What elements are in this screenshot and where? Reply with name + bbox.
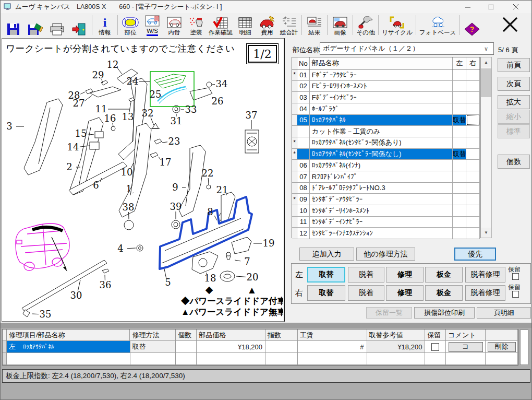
footer-button-損傷部位印刷[interactable]: 損傷部位印刷	[414, 307, 475, 319]
detail-header: コメント	[446, 330, 486, 341]
repair-method-group: 左取替脱着修理板金脱着修理右取替脱着修理板金脱着修理保留保留	[291, 263, 531, 304]
toolbar-button-help-book[interactable]: ?	[461, 13, 483, 37]
parts-row-09[interactable]: *09ｾﾝﾀﾎﾞﾃﾞｰｱｳﾀﾋﾟﾗｰ	[292, 194, 480, 205]
part-no	[297, 149, 310, 160]
side-button-前頁[interactable]: 前頁	[498, 58, 530, 72]
hold-checkbox[interactable]	[512, 273, 519, 280]
detail-reference: ¥18,200	[367, 341, 426, 353]
callout-21: 21	[216, 184, 228, 195]
action-button-他の修理方法[interactable]: 他の修理方法	[356, 248, 415, 261]
footer-button-頁明細[interactable]: 頁明細	[477, 307, 531, 319]
action-button-優先[interactable]: 優先	[454, 248, 496, 261]
detail-empty-row[interactable]	[3, 353, 518, 365]
car-list-icon	[307, 16, 322, 29]
car-frame-icon	[166, 16, 182, 29]
parts-row-12[interactable]: 12ｾﾝﾀﾋﾟﾗｰｲﾝﾅｴｸｽﾃﾝｼｮﾝ	[292, 228, 480, 239]
toolbar-button-画像[interactable]: 画像	[329, 13, 351, 37]
toolbar-button-W/S[interactable]: W/S	[141, 13, 163, 37]
toolbar-button-費用[interactable]: 費用	[256, 13, 278, 37]
toolbar-button-printer[interactable]	[46, 13, 68, 37]
parts-row-06[interactable]: 06ﾛｯｶｱｳﾀﾊﾟﾈﾙ(ｲﾝﾅ)	[292, 160, 480, 171]
part-name: ｾﾝﾀﾋﾟﾗｰｲﾝﾅｴｸｽﾃﾝｼｮﾝ	[310, 228, 453, 239]
parts-table-scrollbar[interactable]: ▲ ▼	[480, 57, 492, 238]
scroll-down-icon[interactable]: ▼	[481, 228, 491, 238]
parts-row-07[interactable]: 07Rﾌﾛｱﾄﾞﾚﾝﾊﾟｲﾌﾟ	[292, 171, 480, 183]
toolbar-button-save-floppy[interactable]	[3, 13, 25, 37]
right-method	[466, 149, 480, 160]
repair-button-右-取替[interactable]: 取替	[307, 285, 345, 301]
parts-row-11[interactable]: 11ｾﾝﾀﾎﾞﾃﾞｰｲﾝﾅﾋﾟﾗｰ	[292, 217, 480, 228]
parts-row-08[interactable]: 08ﾄﾞｱﾚｰﾙﾌﾟﾛﾃｸﾀﾌﾟﾚｰﾄNO.3	[292, 183, 480, 194]
detail-scrollbar[interactable]	[520, 330, 528, 365]
parts-row-6[interactable]: *ﾛｯｶｱｳﾀﾊﾟﾈﾙ(ｾﾝﾀﾋﾟﾗｰ関係あり)	[292, 137, 480, 149]
parts-row-05[interactable]: 05ﾛｯｶｱｳﾀﾊﾟﾈﾙ取替	[292, 115, 480, 126]
toolbar-button-結果[interactable]: 結果	[304, 13, 325, 37]
part-name-combobox[interactable]: ボデーサイドパネル（１／２） ∨	[320, 42, 494, 55]
repair-button-右-脱着[interactable]: 脱着	[348, 285, 384, 301]
toolbar-button-明細[interactable]: 明細	[234, 13, 256, 37]
scroll-up-icon[interactable]: ▲	[481, 57, 491, 67]
scrollbar-thumb[interactable]	[481, 68, 491, 97]
toolbar-button-save-floppy-alt[interactable]	[25, 13, 46, 37]
toolbar-button-総合計[interactable]: 総合計	[278, 13, 300, 37]
delete-button[interactable]: 削除	[488, 342, 516, 352]
repair-button-右-脱着修理[interactable]: 脱着修理	[465, 285, 505, 301]
parts-row-7[interactable]: *ﾛｯｶｱｳﾀﾊﾟﾈﾙ(ｾﾝﾀﾋﾟﾗｰ関係なし)取替	[292, 149, 480, 160]
toolbar-button-内骨[interactable]: 内骨	[163, 13, 185, 37]
parts-row-5[interactable]: カット作業－工賃のみ	[292, 126, 480, 137]
hold-checkbox[interactable]	[512, 291, 519, 298]
worksheet-close-button[interactable]	[500, 15, 520, 34]
parts-row-03[interactable]: 03Fﾎﾞﾃﾞｰｲﾝﾅﾋﾟﾗｰ	[292, 92, 480, 103]
maximize-button[interactable]	[479, 1, 503, 13]
hold-checkbox[interactable]	[431, 343, 439, 351]
detail-row[interactable]: 左ﾛｯｶｱｳﾀﾊﾟﾈﾙ取替¥18,200#¥18,200コ削除	[3, 341, 518, 353]
repair-button-左-取替[interactable]: 取替	[307, 267, 345, 283]
repair-button-左-脱着修理[interactable]: 脱着修理	[465, 267, 505, 283]
row-marker	[292, 103, 297, 114]
toolbar-button-部位[interactable]: 部位	[119, 13, 141, 37]
parts-row-01[interactable]: *01Fﾎﾞﾃﾞｰｱｳﾀﾋﾟﾗｰ	[292, 69, 480, 81]
toolbar-button-その他[interactable]: その他	[355, 13, 377, 37]
comment-button[interactable]: コ	[449, 342, 483, 352]
repair-button-左-修理[interactable]: 修理	[386, 267, 424, 283]
repair-button-左-板金[interactable]: 板金	[425, 267, 463, 283]
parts-row-02[interactable]: 02Fﾋﾟﾗｰﾛﾜﾘｲﾝﾎｰｽﾒﾝﾄ	[292, 81, 480, 92]
detail-price: ¥18,200	[197, 341, 265, 353]
repair-button-右-修理[interactable]: 修理	[386, 285, 424, 301]
toolbar-button-exit-door[interactable]	[68, 13, 90, 37]
toolbar-button-情報[interactable]: i情報	[94, 13, 116, 37]
parts-row-04[interactable]: 04ﾎｰﾙﾌﾟﾗｸﾞ	[292, 103, 480, 115]
part-no: 04	[297, 103, 310, 114]
parts-table: No 部品名称 左 右 *01Fﾎﾞﾃﾞｰｱｳﾀﾋﾟﾗｰ02Fﾋﾟﾗｰﾛﾜﾘｲﾝ…	[292, 57, 480, 238]
recycle-icon	[389, 16, 405, 29]
toolbar-button-リサイクル[interactable]: リサイクル	[380, 13, 414, 37]
minimize-button[interactable]	[456, 1, 479, 13]
part-name: Fﾎﾞﾃﾞｰｲﾝﾅﾋﾟﾗｰ	[310, 92, 453, 103]
splitter[interactable]	[1, 323, 532, 328]
callout-25: 25	[150, 89, 162, 100]
left-method: 取替	[453, 115, 466, 126]
toolbar: i情報部位W/S内骨塗装作業確認明細費用総合計結果画像その他リサイクルフォトベー…	[1, 13, 531, 38]
parts-row-10[interactable]: 10ｾﾝﾀﾎﾞﾃﾞｰﾘｲﾝﾎｰｽﾒﾝﾄ	[292, 205, 480, 217]
toolbar-label: 費用	[261, 29, 273, 36]
side-button-次頁[interactable]: 次頁	[498, 77, 530, 91]
repair-button-左-脱着[interactable]: 脱着	[348, 267, 384, 283]
callout-29: 29	[92, 69, 104, 80]
part-no: 03	[297, 92, 310, 103]
repair-button-右-板金[interactable]: 板金	[425, 285, 463, 301]
roof-molding-highlight	[32, 227, 63, 231]
left-method	[453, 194, 466, 205]
side-button-縮小: 縮小	[498, 110, 530, 124]
exit-door-icon	[71, 22, 87, 36]
row-marker	[292, 217, 297, 228]
toolbar-button-フォトベース[interactable]: フォトベース	[418, 13, 457, 37]
toolbar-button-作業確認[interactable]: 作業確認	[207, 13, 234, 37]
side-button-拡大[interactable]: 拡大	[498, 95, 530, 109]
parts-diagram[interactable]: 3122924253426282711131632333115142317210…	[2, 39, 283, 320]
toolbar-button-塗装[interactable]: 塗装	[185, 13, 207, 37]
window-close-button[interactable]	[504, 1, 527, 13]
side-button-個数[interactable]: 個数	[498, 155, 530, 169]
right-method	[466, 103, 480, 114]
action-button-追加入力[interactable]: 追加入力	[299, 248, 354, 261]
right-method	[466, 92, 480, 103]
